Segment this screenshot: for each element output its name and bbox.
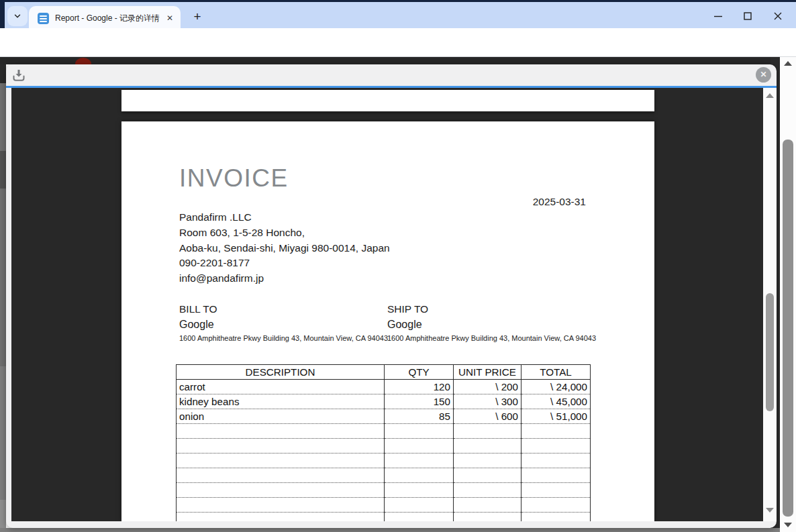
table-row: onion 85 \ 600 \ 51,000 [177, 409, 591, 424]
browser-scrollbar[interactable] [780, 57, 796, 532]
scroll-down-icon[interactable] [784, 523, 792, 527]
preview-close-button[interactable]: ✕ [756, 67, 771, 83]
ship-to-label: SHIP TO [387, 303, 428, 315]
window-frame-edge [0, 2, 5, 30]
table-empty-row [177, 439, 591, 454]
tab-strip: Report - Google - 记录的详情 ✕ + [0, 0, 796, 28]
table-empty-row [177, 454, 591, 468]
cell-description: carrot [177, 380, 385, 394]
seller-block: Pandafirm .LLC Room 603, 1-5-28 Honcho, … [179, 210, 390, 286]
cell-unit-price: \ 600 [454, 409, 521, 424]
notification-badge [75, 58, 91, 64]
cell-qty: 120 [385, 380, 454, 394]
dimmed-page-bottom [0, 528, 780, 532]
ship-to-name: Google [387, 319, 422, 331]
pdf-page-previous [121, 90, 654, 111]
invoice-title: INVOICE [179, 164, 289, 193]
browser-toolbar: pandafirm.cybozu.com/k/3066/show#record=… [0, 28, 796, 57]
table-empty-row [177, 468, 591, 483]
new-tab-button[interactable]: + [189, 9, 205, 25]
tab-title: Report - Google - 记录的详情 [55, 13, 164, 24]
window-maximize-button[interactable] [742, 10, 754, 22]
table-empty-row [177, 498, 591, 513]
col-header-qty: QTY [385, 365, 454, 380]
scroll-down-icon[interactable] [766, 508, 774, 513]
dimmed-page-top [0, 57, 780, 64]
table-row: kidney beans 150 \ 300 \ 45,000 [177, 394, 591, 409]
scroll-up-icon[interactable] [784, 61, 792, 66]
dimmed-page-left [0, 64, 6, 528]
print-preview-panel: ✕ INVOICE 2025-03-31 Pandafirm .LLC Room… [6, 64, 777, 528]
window-close-button[interactable] [772, 10, 784, 22]
seller-phone: 090-2201-8177 [179, 256, 390, 271]
download-button[interactable] [11, 67, 27, 83]
pdf-page: INVOICE 2025-03-31 Pandafirm .LLC Room 6… [121, 121, 654, 521]
document-scrollbar[interactable] [763, 88, 777, 521]
table-empty-row [177, 424, 591, 439]
cell-total: \ 24,000 [521, 380, 591, 394]
bill-to-name: Google [179, 319, 214, 331]
invoice-table-wrap: DESCRIPTION QTY UNIT PRICE TOTAL carrot … [176, 364, 593, 521]
cell-unit-price: \ 300 [454, 394, 521, 409]
bill-to-label: BILL TO [179, 303, 217, 315]
table-empty-row [177, 483, 591, 498]
minimize-icon [713, 11, 723, 21]
seller-name: Pandafirm .LLC [179, 210, 390, 225]
cell-qty: 85 [385, 409, 454, 424]
maximize-icon [743, 11, 752, 21]
bill-to-address: 1600 Amphitheatre Pkwy Building 43, Moun… [179, 334, 388, 342]
tab-search-button[interactable] [7, 6, 28, 26]
scroll-up-icon[interactable] [766, 93, 774, 98]
document-scrollbar-thumb[interactable] [766, 293, 774, 411]
window-minimize-button[interactable] [712, 10, 724, 22]
seller-email: info@pandafirm.jp [179, 271, 390, 286]
cell-total: \ 51,000 [521, 409, 591, 424]
col-header-total: TOTAL [521, 365, 591, 380]
cell-description: onion [177, 409, 385, 424]
col-header-unit-price: UNIT PRICE [454, 365, 521, 380]
cell-description: kidney beans [177, 394, 385, 409]
tab-close-button[interactable]: ✕ [164, 13, 175, 23]
seller-address-line: Room 603, 1-5-28 Honcho, [179, 225, 390, 241]
table-header-row: DESCRIPTION QTY UNIT PRICE TOTAL [177, 365, 591, 380]
cell-qty: 150 [385, 394, 454, 409]
preview-toolbar: ✕ [6, 64, 777, 86]
browser-tab[interactable]: Report - Google - 记录的详情 ✕ [29, 6, 181, 30]
invoice-table: DESCRIPTION QTY UNIT PRICE TOTAL carrot … [176, 364, 591, 521]
browser-scrollbar-thumb[interactable] [783, 140, 793, 517]
pdf-viewer: INVOICE 2025-03-31 Pandafirm .LLC Room 6… [11, 88, 763, 521]
table-empty-row [177, 513, 591, 522]
close-icon [773, 11, 783, 21]
cell-total: \ 45,000 [521, 394, 591, 409]
cell-unit-price: \ 200 [454, 380, 521, 394]
page-content: ✕ INVOICE 2025-03-31 Pandafirm .LLC Room… [0, 57, 796, 532]
seller-address-line: Aoba-ku, Sendai-shi, Miyagi 980-0014, Ja… [179, 241, 390, 256]
col-header-description: DESCRIPTION [177, 365, 385, 380]
chevron-down-icon [13, 11, 22, 21]
ship-to-address: 1600 Amphitheatre Pkwy Building 43, Moun… [387, 334, 596, 342]
table-row: carrot 120 \ 200 \ 24,000 [177, 380, 591, 394]
invoice-date: 2025-03-31 [533, 196, 586, 208]
record-list-favicon-icon [38, 13, 49, 24]
download-icon [11, 67, 27, 83]
